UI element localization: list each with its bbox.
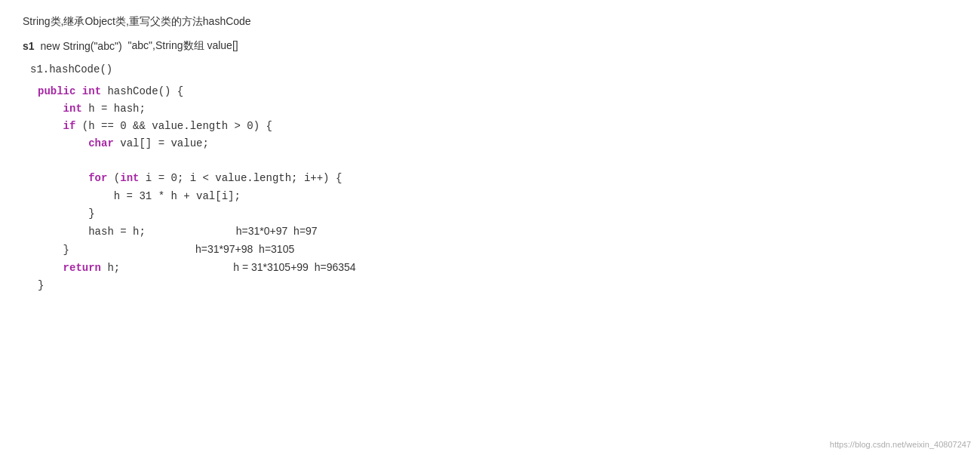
annotation-3: h = 31*3105+99 h=96354 bbox=[233, 259, 355, 276]
kw-for: for bbox=[88, 170, 107, 187]
kw-int-2: int bbox=[63, 100, 82, 118]
code-line-9: hash = h; h=31*0+97 h=97 bbox=[38, 223, 957, 241]
code-line-11: return h; h = 31*3105+99 h=96354 bbox=[38, 259, 957, 277]
code-line-8: } bbox=[38, 205, 957, 223]
kw-int-3: int bbox=[120, 170, 139, 187]
s1-new: new String("abc") bbox=[41, 40, 122, 52]
main-container: String类,继承Object类,重写父类的方法hashCode s1 new… bbox=[0, 0, 980, 309]
code-line-3: if (h == 0 && value.length > 0) { bbox=[38, 118, 957, 135]
s1-label: s1 bbox=[23, 40, 35, 52]
hashcode-call-line: s1.hashCode() bbox=[30, 63, 957, 75]
kw-int: int bbox=[82, 83, 101, 100]
code-block: public int hashCode() { int h = hash; if… bbox=[38, 83, 957, 294]
code-line-7: h = 31 * h + val[i]; bbox=[38, 188, 957, 205]
description-text: String类,继承Object类,重写父类的方法hashCode bbox=[23, 15, 957, 29]
kw-public: public bbox=[38, 83, 75, 100]
code-line-4: char val[] = value; bbox=[38, 135, 957, 152]
kw-char: char bbox=[88, 135, 114, 152]
annotation-2: h=31*97+98 h=3105 bbox=[195, 241, 294, 258]
code-line-10: } h=31*97+98 h=3105 bbox=[38, 241, 957, 259]
code-line-2: int h = hash; bbox=[38, 100, 957, 118]
method-sig: hashCode() { bbox=[101, 83, 183, 100]
watermark: https://blog.csdn.net/weixin_40807247 bbox=[830, 440, 971, 449]
code-line-1: public int hashCode() { bbox=[38, 83, 957, 100]
code-line-12: } bbox=[38, 277, 957, 294]
code-line-6: for (int i = 0; i < value.length; i++) { bbox=[38, 170, 957, 187]
annotation-1: h=31*0+97 h=97 bbox=[236, 223, 318, 240]
s1-detail: "abc",String数组 value[] bbox=[128, 39, 238, 53]
kw-return: return bbox=[63, 260, 101, 277]
kw-if: if bbox=[63, 118, 76, 135]
code-line-5 bbox=[38, 152, 957, 170]
s1-line: s1 new String("abc") "abc",String数组 valu… bbox=[23, 39, 957, 53]
